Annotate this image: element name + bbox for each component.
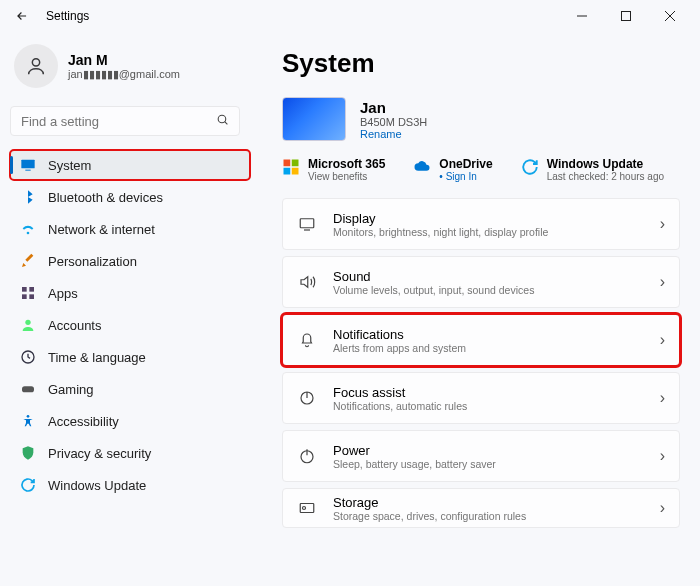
update-status-icon bbox=[521, 158, 539, 176]
tile-sub: • Sign In bbox=[439, 171, 492, 182]
status-tiles: Microsoft 365View benefits OneDrive• Sig… bbox=[282, 157, 680, 182]
device-row: Jan B450M DS3H Rename bbox=[282, 97, 680, 141]
onedrive-icon bbox=[413, 158, 431, 176]
card-title: Storage bbox=[333, 495, 660, 510]
bluetooth-icon bbox=[20, 189, 36, 205]
nav-label: System bbox=[48, 158, 91, 173]
display-icon bbox=[297, 214, 317, 234]
page-title: System bbox=[282, 48, 680, 79]
card-sub: Monitors, brightness, night light, displ… bbox=[333, 226, 660, 238]
window-title: Settings bbox=[46, 9, 89, 23]
bell-icon bbox=[297, 330, 317, 350]
card-sub: Alerts from apps and system bbox=[333, 342, 660, 354]
svg-rect-11 bbox=[22, 386, 34, 392]
chevron-right-icon: › bbox=[660, 215, 665, 233]
nav-item-accounts[interactable]: Accounts bbox=[10, 310, 250, 340]
profile-email: jan▮▮▮▮▮▮@gmail.com bbox=[68, 68, 180, 81]
tile-title: OneDrive bbox=[439, 157, 492, 171]
wifi-icon bbox=[20, 221, 36, 237]
device-model: B450M DS3H bbox=[360, 116, 427, 128]
card-sound[interactable]: SoundVolume levels, output, input, sound… bbox=[282, 256, 680, 308]
nav-item-system[interactable]: System bbox=[10, 150, 250, 180]
microsoft365-icon bbox=[282, 158, 300, 176]
shield-icon bbox=[20, 445, 36, 461]
apps-icon bbox=[20, 285, 36, 301]
nav-item-privacy[interactable]: Privacy & security bbox=[10, 438, 250, 468]
tile-sub: Last checked: 2 hours ago bbox=[547, 171, 664, 182]
power-icon bbox=[297, 446, 317, 466]
nav-label: Accounts bbox=[48, 318, 101, 333]
svg-point-9 bbox=[25, 320, 30, 325]
card-power[interactable]: PowerSleep, battery usage, battery saver… bbox=[282, 430, 680, 482]
card-storage[interactable]: StorageStorage space, drives, configurat… bbox=[282, 488, 680, 528]
tile-title: Microsoft 365 bbox=[308, 157, 385, 171]
nav-item-time[interactable]: Time & language bbox=[10, 342, 250, 372]
svg-rect-13 bbox=[284, 160, 291, 167]
svg-rect-8 bbox=[29, 294, 34, 299]
chevron-right-icon: › bbox=[660, 447, 665, 465]
card-sub: Notifications, automatic rules bbox=[333, 400, 660, 412]
sidebar: Jan M jan▮▮▮▮▮▮@gmail.com System Bluetoo… bbox=[0, 32, 260, 586]
profile[interactable]: Jan M jan▮▮▮▮▮▮@gmail.com bbox=[10, 44, 250, 88]
nav-label: Network & internet bbox=[48, 222, 155, 237]
sound-icon bbox=[297, 272, 317, 292]
tile-title: Windows Update bbox=[547, 157, 664, 171]
nav-label: Gaming bbox=[48, 382, 94, 397]
back-button[interactable] bbox=[8, 2, 36, 30]
nav-item-personalization[interactable]: Personalization bbox=[10, 246, 250, 276]
rename-link[interactable]: Rename bbox=[360, 128, 427, 140]
search-input[interactable] bbox=[21, 114, 216, 129]
settings-cards: DisplayMonitors, brightness, night light… bbox=[282, 198, 680, 528]
tile-microsoft365[interactable]: Microsoft 365View benefits bbox=[282, 157, 385, 182]
tile-windows-update[interactable]: Windows UpdateLast checked: 2 hours ago bbox=[521, 157, 664, 182]
minimize-button[interactable] bbox=[560, 2, 604, 30]
nav-item-gaming[interactable]: Gaming bbox=[10, 374, 250, 404]
nav-item-bluetooth[interactable]: Bluetooth & devices bbox=[10, 182, 250, 212]
gaming-icon bbox=[20, 381, 36, 397]
system-icon bbox=[20, 157, 36, 173]
nav-label: Accessibility bbox=[48, 414, 119, 429]
nav-label: Privacy & security bbox=[48, 446, 151, 461]
svg-rect-5 bbox=[22, 287, 27, 292]
nav-item-accessibility[interactable]: Accessibility bbox=[10, 406, 250, 436]
titlebar: Settings bbox=[0, 0, 700, 32]
tile-sub: View benefits bbox=[308, 171, 385, 182]
svg-rect-15 bbox=[284, 168, 291, 175]
nav-label: Time & language bbox=[48, 350, 146, 365]
svg-rect-16 bbox=[292, 168, 299, 175]
svg-rect-7 bbox=[22, 294, 27, 299]
search-box[interactable] bbox=[10, 106, 240, 136]
svg-rect-3 bbox=[21, 160, 34, 169]
card-title: Power bbox=[333, 443, 660, 458]
svg-point-2 bbox=[218, 115, 226, 123]
svg-point-12 bbox=[27, 415, 30, 418]
card-sub: Storage space, drives, configuration rul… bbox=[333, 510, 660, 522]
device-name: Jan bbox=[360, 99, 427, 116]
nav-item-update[interactable]: Windows Update bbox=[10, 470, 250, 500]
nav-item-apps[interactable]: Apps bbox=[10, 278, 250, 308]
chevron-right-icon: › bbox=[660, 389, 665, 407]
clock-icon bbox=[20, 349, 36, 365]
chevron-right-icon: › bbox=[660, 273, 665, 291]
card-display[interactable]: DisplayMonitors, brightness, night light… bbox=[282, 198, 680, 250]
card-focus[interactable]: Focus assistNotifications, automatic rul… bbox=[282, 372, 680, 424]
wallpaper-thumbnail[interactable] bbox=[282, 97, 346, 141]
chevron-right-icon: › bbox=[660, 331, 665, 349]
close-button[interactable] bbox=[648, 2, 692, 30]
card-title: Focus assist bbox=[333, 385, 660, 400]
person-icon bbox=[20, 317, 36, 333]
card-sub: Volume levels, output, input, sound devi… bbox=[333, 284, 660, 296]
update-icon bbox=[20, 477, 36, 493]
card-notifications[interactable]: NotificationsAlerts from apps and system… bbox=[282, 314, 680, 366]
accessibility-icon bbox=[20, 413, 36, 429]
main-panel: System Jan B450M DS3H Rename Microsoft 3… bbox=[260, 32, 700, 586]
svg-rect-6 bbox=[29, 287, 34, 292]
maximize-button[interactable] bbox=[604, 2, 648, 30]
svg-rect-14 bbox=[292, 160, 299, 167]
card-title: Display bbox=[333, 211, 660, 226]
brush-icon bbox=[20, 253, 36, 269]
tile-onedrive[interactable]: OneDrive• Sign In bbox=[413, 157, 492, 182]
nav-label: Windows Update bbox=[48, 478, 146, 493]
nav-item-network[interactable]: Network & internet bbox=[10, 214, 250, 244]
focus-icon bbox=[297, 388, 317, 408]
